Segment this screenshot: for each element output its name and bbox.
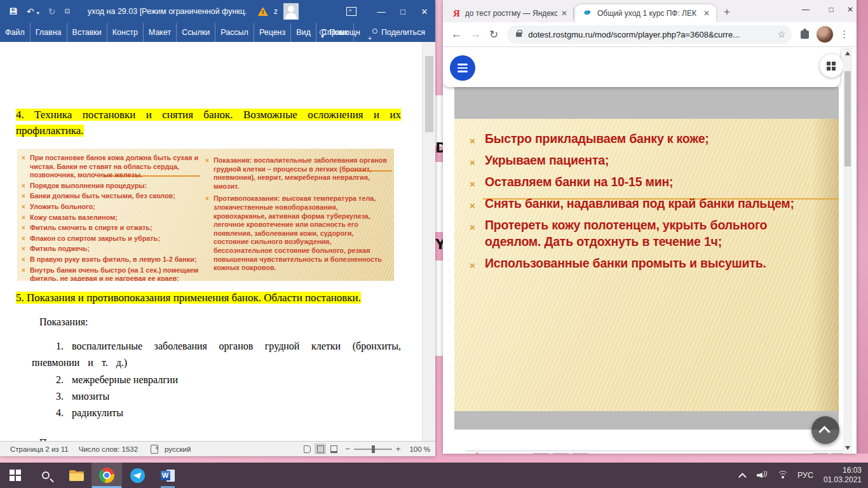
redo-icon[interactable]: ↻ xyxy=(48,7,56,16)
ribbon-tab[interactable]: Ссылки xyxy=(177,23,215,42)
yandex-favicon: Я xyxy=(453,8,460,19)
close-button[interactable]: ✕ xyxy=(414,7,435,17)
url-text[interactable]: dotest.rostgmu.ru/mod/scorm/player.php?a… xyxy=(528,30,771,39)
taskbar-search-button[interactable] xyxy=(31,463,61,488)
play-button[interactable]: ▶ xyxy=(552,453,569,454)
wifi-icon[interactable] xyxy=(777,471,789,480)
scroll-up-arrow-icon[interactable] xyxy=(845,51,850,55)
x-bullet-icon: × xyxy=(470,133,475,149)
ispring-player-bar: iSpring® ◀◀ ▶ ▶▶ 19 / 31 00:00 / 00:00 xyxy=(466,451,850,454)
tab-close-icon[interactable]: ✕ xyxy=(703,9,710,18)
scroll-down-arrow-icon[interactable] xyxy=(845,446,850,450)
zoom-in-button[interactable]: + xyxy=(392,444,405,454)
word-status-bar: Страница 2 из 11 Число слов: 1532 русски… xyxy=(0,441,435,456)
scrollbar-thumb[interactable] xyxy=(844,71,851,166)
browser-tab-yandex[interactable]: Я до тест ростгму — Яндекс: н ✕ xyxy=(445,4,574,22)
forward-icon[interactable]: → xyxy=(470,28,481,41)
tray-time: 16:03 xyxy=(824,466,862,475)
extensions-icon[interactable] xyxy=(801,30,809,39)
slide-backdrop: ×Быстро прикладываем банку к коже;×Укрыв… xyxy=(454,87,839,430)
profile-avatar[interactable] xyxy=(817,26,833,43)
maximize-button[interactable]: □ xyxy=(818,0,844,19)
ribbon-tab[interactable]: Рассыл xyxy=(215,23,254,42)
x-bullet-icon: × xyxy=(470,176,475,193)
zoom-out-button[interactable]: − xyxy=(341,444,354,454)
taskbar-telegram-button[interactable] xyxy=(122,463,153,488)
next-slide-button[interactable]: ▶▶ xyxy=(572,453,589,454)
desktop-strip-right xyxy=(857,0,868,454)
quick-access-toolbar: 💾︎ ↶ ▾ ↻ ⊡ xyxy=(9,7,70,16)
infographic-item: ×Порядок выполнения процедуры: xyxy=(21,182,201,191)
word-vertical-scrollbar[interactable] xyxy=(422,42,435,441)
share-button[interactable]: Поделиться xyxy=(365,23,435,42)
clock[interactable]: 16:03 01.03.2021 xyxy=(824,466,862,485)
page-indicator[interactable]: Страница 2 из 11 xyxy=(10,445,69,453)
tab-close-icon[interactable]: ✕ xyxy=(561,9,567,18)
language-indicator[interactable]: русский xyxy=(165,445,191,453)
web-layout-icon[interactable] xyxy=(328,444,339,454)
lightbulb-icon xyxy=(320,29,326,36)
infographic-item: ×Внутрь банки очень быстро (на 1 сек.) п… xyxy=(21,266,201,281)
ribbon-tab[interactable]: Макет xyxy=(144,23,177,42)
customize-qat-icon[interactable]: ⊡ xyxy=(64,8,69,15)
undo-icon[interactable]: ↶ ▾ xyxy=(27,7,39,16)
tray-date: 01.03.2021 xyxy=(824,475,862,485)
folder-icon xyxy=(69,470,84,481)
minimize-button[interactable]: — xyxy=(370,7,392,17)
system-tray: РУС 16:03 01.03.2021 xyxy=(741,463,868,488)
x-bullet-icon: × xyxy=(22,234,25,243)
zoom-level[interactable]: 100 % xyxy=(409,445,430,453)
zoom-slider[interactable] xyxy=(354,449,392,450)
grid-view-button[interactable] xyxy=(820,54,843,78)
address-bar[interactable]: dotest.rostgmu.ru/mod/scorm/player.php?a… xyxy=(507,25,792,44)
ribbon-tab[interactable]: Главна xyxy=(31,23,67,42)
speaker-icon[interactable] xyxy=(757,471,768,480)
ribbon-display-options-icon[interactable] xyxy=(346,7,356,16)
account-avatar[interactable] xyxy=(283,3,299,20)
previous-slide-button[interactable]: ◀◀ xyxy=(532,453,550,454)
ribbon-tab[interactable]: Реценз xyxy=(254,23,291,42)
taskbar-explorer-button[interactable] xyxy=(61,463,92,488)
browser-scrollbar[interactable] xyxy=(843,48,852,454)
x-bullet-icon: × xyxy=(22,266,25,275)
hamburger-menu-button[interactable] xyxy=(450,55,475,81)
ribbon-tab[interactable]: Вставки xyxy=(67,23,107,42)
help-tab[interactable]: Помощн xyxy=(311,23,365,42)
new-tab-button[interactable]: + xyxy=(724,6,730,18)
chrome-icon xyxy=(99,468,114,483)
tray-chevron-icon[interactable] xyxy=(738,473,747,481)
taskbar-chrome-button[interactable] xyxy=(92,463,122,488)
wallpaper-fragment xyxy=(435,162,443,232)
warning-icon[interactable]: ! xyxy=(258,7,268,16)
doc-heading-4: 4. Техника постановки и снятия банок. Во… xyxy=(16,107,401,139)
ribbon-tab[interactable]: Констр xyxy=(107,23,144,42)
language-indicator[interactable]: РУС xyxy=(797,471,813,480)
scrollbar-thumb[interactable] xyxy=(425,56,433,132)
proofing-icon[interactable] xyxy=(151,445,158,454)
ribbon-tab[interactable]: Файл xyxy=(0,23,31,42)
print-layout-icon[interactable] xyxy=(315,444,326,454)
volume-button[interactable] xyxy=(813,453,829,454)
ribbon-right-cluster: Помощн Поделиться xyxy=(311,23,435,42)
infographic-item: ×При постановке банок кожа должна быть с… xyxy=(21,154,201,180)
close-button[interactable]: ✕ xyxy=(844,0,857,19)
minimize-button[interactable]: — xyxy=(793,0,818,19)
start-button[interactable] xyxy=(0,463,31,488)
browser-tab-active[interactable]: Общий уход 1 курс ПФ: ЛЕК ✕ xyxy=(575,4,716,22)
bookmark-star-icon[interactable]: ☆ xyxy=(778,29,786,39)
x-bullet-icon: × xyxy=(22,214,25,222)
zoom-slider-thumb[interactable] xyxy=(372,445,375,453)
maximize-button[interactable]: □ xyxy=(392,7,414,17)
taskbar-word-button[interactable]: W xyxy=(153,463,183,488)
save-icon[interactable]: 💾︎ xyxy=(9,7,18,16)
read-mode-icon[interactable] xyxy=(301,444,313,454)
grid-icon xyxy=(832,67,836,71)
course-top-panel xyxy=(443,48,840,87)
infographic-item: ×Противопоказания: высокая температура т… xyxy=(205,194,390,272)
reload-icon[interactable]: ↻ xyxy=(489,28,498,41)
back-icon[interactable]: ← xyxy=(451,28,462,41)
scroll-to-top-button[interactable] xyxy=(811,416,839,444)
chrome-menu-icon[interactable]: ⋮ xyxy=(839,29,849,40)
document-canvas[interactable]: 4. Техника постановки и снятия банок. Во… xyxy=(0,42,422,441)
word-count[interactable]: Число слов: 1532 xyxy=(79,445,138,453)
